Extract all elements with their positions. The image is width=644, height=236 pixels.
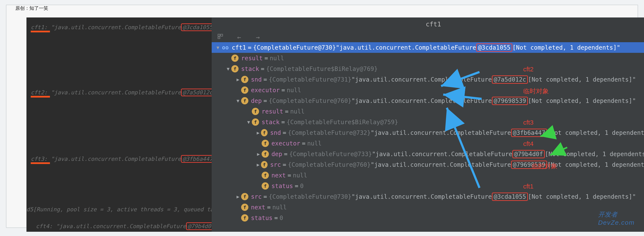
var-type: null (272, 204, 286, 211)
tree-row-cft1[interactable]: ▼oocft1={CompletableFuture@730} "java.ut… (212, 42, 644, 53)
hash-box: @79b4d0f (512, 150, 545, 158)
tree-row-executor[interactable]: fexecutor=null (212, 85, 644, 95)
field-icon: f (262, 172, 269, 179)
caret-icon[interactable]: ▶ (255, 151, 262, 157)
var-name: next (251, 204, 265, 211)
field-icon: f (252, 108, 259, 115)
var-name: result (241, 55, 263, 62)
tree-row-next[interactable]: fnext=null (212, 170, 644, 181)
tree-row-stack[interactable]: ▼fstack={CompletableFuture$BiRelay@769} (212, 63, 644, 74)
var-type: null (293, 172, 307, 179)
var-name: stack (241, 65, 259, 72)
caret-icon[interactable]: ▶ (235, 77, 241, 82)
watch-expr-2[interactable]: cft3: "java.util.concurrent.CompletableF… (31, 155, 212, 163)
field-icon: f (241, 87, 248, 94)
annot-cft2: cft2 (523, 66, 534, 73)
tree-row-stack[interactable]: ▼fstack={CompletableFuture$BiRelay@759} (212, 117, 644, 127)
annot-cft4: cft4 (523, 140, 534, 147)
hash-box: @3cda1055 (181, 23, 212, 31)
tree-row-src[interactable]: ▶fsrc={CompletableFuture@760} "java.util… (212, 159, 644, 170)
field-icon: f (241, 214, 248, 222)
caret-icon[interactable]: ▶ (255, 130, 261, 135)
nav-back-icon[interactable]: ← (234, 32, 244, 42)
field-icon: f (261, 161, 268, 168)
field-icon: f (262, 182, 269, 190)
tree-row-src[interactable]: ▶fsrc={CompletableFuture@730} "java.util… (212, 191, 644, 202)
hash-box: @79b4d0f (186, 222, 212, 230)
var-name: status (272, 183, 293, 190)
field-icon: f (231, 55, 238, 62)
tree-row-dep[interactable]: ▼fdep={CompletableFuture@760} "java.util… (212, 95, 644, 106)
field-icon: f (261, 129, 268, 136)
watermark-top: 开发者 (598, 211, 617, 218)
var-type: {CompletableFuture$BiRelay@769} (266, 65, 378, 72)
var-name: executor (272, 140, 300, 147)
var-type: null (307, 140, 322, 147)
var-type: {CompletableFuture@760} (269, 97, 352, 104)
caret-icon[interactable]: ▶ (235, 194, 241, 199)
hash-box: @3fb6a447 (511, 129, 547, 137)
var-type: {CompletableFuture@730} (253, 44, 336, 51)
var-type: null (270, 55, 284, 62)
site-watermark: 开发者 DevZe.com (598, 210, 634, 226)
origin-caption: 原创：知了一笑 (15, 5, 48, 11)
tree-row-executor[interactable]: fexecutor=null (212, 138, 644, 149)
watch-expr-1[interactable]: cft2: "java.util.concurrent.CompletableF… (31, 89, 212, 96)
variables-tree[interactable]: ▼oocft1={CompletableFuture@730} "java.ut… (212, 42, 644, 223)
tree-row-snd[interactable]: ▶fsnd={CompletableFuture@731} "java.util… (212, 74, 644, 85)
tree-row-next[interactable]: fnext=null (212, 202, 644, 213)
caret-icon[interactable]: ▼ (225, 66, 231, 72)
tree-row-dep[interactable]: ▶fdep={CompletableFuture@733} "java.util… (212, 149, 644, 159)
var-name: status (251, 215, 272, 222)
annot-临时对象: 临时对象 (523, 87, 549, 96)
tree-row-snd[interactable]: ▶fsnd={CompletableFuture@732} "java.util… (212, 127, 644, 138)
hash-box: @7a5d012c (181, 89, 212, 96)
watch-expr-3[interactable]: cft4: "java.util.concurrent.CompletableF… (36, 222, 212, 230)
screenshot-canvas: 原创：知了一笑 cft1: "java.util.concurrent.Comp… (6, 5, 638, 228)
var-type: {CompletableFuture@732} (288, 129, 371, 136)
var-name: result (262, 108, 283, 115)
watch-underline (31, 162, 50, 164)
var-name: src (270, 161, 281, 168)
var-name: snd (251, 76, 262, 83)
caret-icon[interactable]: ▼ (235, 98, 241, 104)
svg-rect-2 (218, 37, 220, 39)
console-panel: cft1: "java.util.concurrent.CompletableF… (26, 17, 212, 232)
view-mode-icon[interactable] (216, 31, 225, 41)
field-icon: f (241, 193, 248, 200)
hash-box: @7a5d012c (492, 75, 528, 84)
watch-underline (31, 31, 50, 32)
var-type: {CompletableFuture@730} (269, 193, 352, 200)
tree-row-result[interactable]: fresult=null (212, 53, 644, 63)
hash-box: @3cda1055 (492, 193, 528, 201)
tree-row-status[interactable]: fstatus=0 (212, 181, 644, 191)
debug-tab-cft1[interactable]: cft1 (426, 17, 441, 28)
annot-cft3: cft3 (523, 119, 534, 126)
hash-box: @3cda1055 (476, 43, 512, 52)
var-type: {CompletableFuture@733} (289, 151, 372, 158)
field-icon: f (262, 150, 269, 158)
field-icon: f (241, 97, 248, 104)
field-icon: f (262, 140, 269, 147)
caret-icon[interactable]: ▶ (255, 162, 261, 167)
nav-forward-icon[interactable]: → (253, 32, 263, 42)
watch-expr-0[interactable]: cft1: "java.util.concurrent.CompletableF… (31, 23, 212, 31)
tree-row-status[interactable]: fstatus=0 (212, 213, 644, 223)
watermark-bottom: DevZe.com (598, 219, 634, 226)
svg-rect-0 (218, 34, 220, 36)
annot-临时对象-2: 临时对象 (532, 162, 557, 171)
var-name: stack (262, 119, 280, 126)
debugger-panel: cft1 ← → ▼oocft1={CompletableFuture@730}… (212, 17, 644, 232)
field-icon: f (241, 204, 248, 211)
tree-row-result[interactable]: fresult=null (212, 106, 644, 117)
var-type: {CompletableFuture$BiRelay@759} (286, 119, 398, 126)
var-type: null (290, 108, 304, 115)
watch-underline (31, 96, 50, 98)
caret-icon[interactable]: ▼ (215, 45, 221, 50)
field-icon: f (252, 118, 259, 126)
var-name: snd (270, 129, 281, 136)
field-icon: f (241, 76, 248, 83)
annot-cft1: cft1 (523, 183, 534, 190)
caret-icon[interactable]: ▼ (246, 119, 252, 125)
var-type: 0 (280, 215, 283, 222)
